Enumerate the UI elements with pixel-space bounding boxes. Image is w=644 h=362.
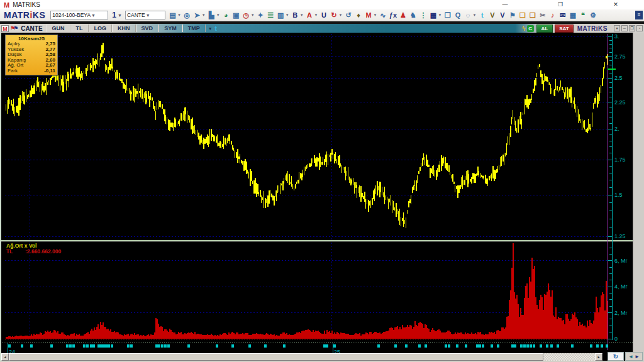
svg-text:3.: 3.: [614, 33, 619, 40]
window-left-border: [0, 33, 1, 361]
svg-text:0: 0: [614, 336, 618, 342]
volume-total-value: :2.660.662.000: [25, 248, 61, 255]
window-right-border: [633, 33, 644, 362]
chart-nav-buttons[interactable]: ◄ ►: [625, 352, 643, 361]
svg-text:4, Mr: 4, Mr: [614, 283, 628, 290]
svg-text:1.25: 1.25: [614, 233, 626, 239]
svg-text:2, Mr: 2, Mr: [614, 310, 628, 316]
scroll-right-button[interactable]: ▸: [595, 353, 602, 361]
nav-right-icon[interactable]: ►: [635, 354, 640, 359]
scrollbar-track[interactable]: [543, 353, 595, 361]
nav-left-icon[interactable]: ◄: [628, 354, 633, 359]
scrollbar-thumb[interactable]: [9, 353, 543, 361]
svg-text:2.5: 2.5: [614, 75, 623, 81]
price-volume-chart[interactable]: 3.2.752.52.252.1.751.51.256, Mr4, Mr2, M…: [0, 0, 644, 362]
svg-text:1.75: 1.75: [614, 156, 626, 163]
horizontal-scrollbar[interactable]: ◂ ▸: [1, 353, 602, 361]
svg-text:2.: 2.: [614, 126, 619, 132]
svg-text:6, Mr: 6, Mr: [614, 258, 628, 264]
svg-text:2.75: 2.75: [614, 53, 626, 60]
scroll-left-button[interactable]: ◂: [1, 353, 9, 361]
info-row: Fark-0,11: [8, 69, 55, 74]
ohlc-info-box: 10Kasım25 Açılış2,75 Yüksek2,77 Düşük2,5…: [5, 35, 58, 75]
svg-text:1.5: 1.5: [614, 192, 623, 198]
refresh-button[interactable]: ↻: [608, 352, 624, 361]
svg-text:2.25: 2.25: [614, 99, 626, 106]
volume-currency-label: TL: [6, 248, 13, 255]
